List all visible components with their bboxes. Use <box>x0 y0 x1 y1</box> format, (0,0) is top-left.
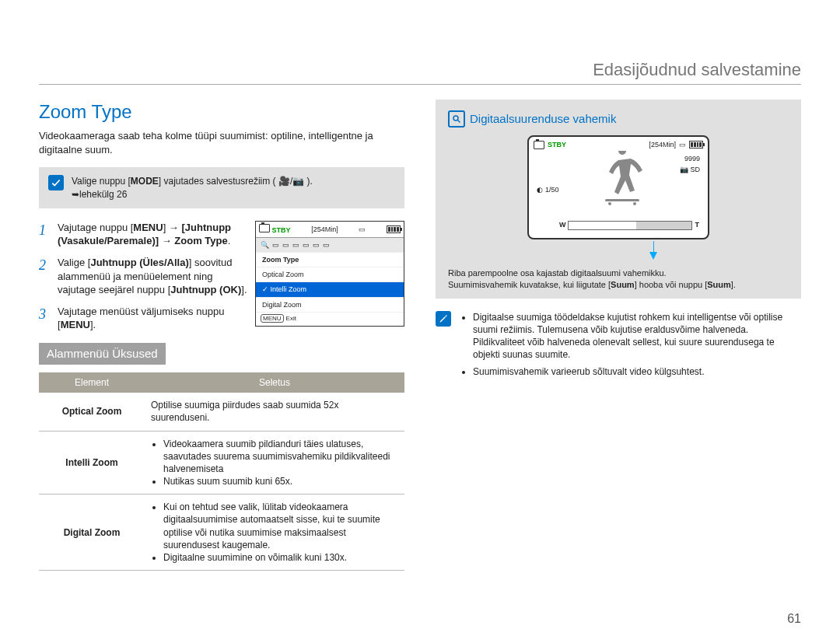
row-desc: Optilise suumiga piirdudes saab suumida … <box>145 393 404 431</box>
tab-icon: 🔍 <box>261 240 269 250</box>
zoom-bar: W T <box>568 221 692 230</box>
magnify-icon <box>448 110 465 128</box>
note-item: Suumimisvahemik varieerub sõltuvalt vide… <box>473 365 801 378</box>
card-icon: ▭ <box>359 225 366 234</box>
page-ref: ➥lehekülg 26 <box>72 189 127 200</box>
check-icon <box>48 175 64 190</box>
camera-icon <box>259 224 270 232</box>
step-1: Vajutage nuppu [MENU] → [Juhtnupp (Vasak… <box>58 221 249 248</box>
rec-time: [254Min] <box>649 140 676 149</box>
breadcrumb: Edasijõudnud salvestamine <box>593 58 801 82</box>
right-column: Digitaalsuurenduse vahemik STBY [254Min]… <box>436 100 801 571</box>
battery-icon <box>387 225 401 233</box>
digital-zoom-box: Digitaalsuurenduse vahemik STBY [254Min]… <box>436 100 801 299</box>
menu-option: Digital Zoom <box>256 298 404 313</box>
table-row: Optical Zoom Optilise suumiga piirdudes … <box>39 393 404 431</box>
stby-label: STBY <box>272 226 291 234</box>
svg-point-0 <box>453 116 458 121</box>
submenu-heading: Alammenüü Üksused <box>39 343 166 365</box>
submenu-table: Element Seletus Optical Zoom Optilise su… <box>39 372 404 571</box>
zoom-desc: Riba parempoolne osa kajastab digitaalsu… <box>448 267 789 291</box>
step-2: Valige [Juhtnupp (Üles/Alla)] soovitud a… <box>58 256 249 297</box>
step-number: 3 <box>39 305 51 332</box>
callout-line <box>653 241 654 252</box>
battery-icon <box>689 141 703 149</box>
tab-icon: ▭ <box>323 240 330 250</box>
notes-block: Digitaalse suumiga töödeldakse kujutist … <box>436 311 801 383</box>
step-number: 2 <box>39 256 51 297</box>
menu-option: Optical Zoom <box>256 267 404 282</box>
page-number: 61 <box>787 610 801 627</box>
tab-icon: ▭ <box>313 240 320 250</box>
row-element: Digital Zoom <box>39 494 145 571</box>
svg-point-3 <box>608 202 611 205</box>
card-icon: ▭ <box>679 140 686 149</box>
video-icon: 🎥 <box>278 176 290 187</box>
zoom-box-title: Digitaalsuurenduse vahemik <box>470 111 616 127</box>
zoom-wide-label: W <box>559 220 566 229</box>
tab-icon: ▭ <box>272 240 279 250</box>
tab-icon: ▭ <box>303 240 310 250</box>
note-text: Valige nuppu [MODE] vajutades salvestusr… <box>72 176 313 187</box>
tab-icon: ▭ <box>292 240 299 250</box>
tab-icon: ▭ <box>282 240 289 250</box>
table-row: Intelli Zoom Videokaamera suumib pildian… <box>39 431 404 494</box>
intro-text: Videokaameraga saab teha kolme tüüpi suu… <box>39 129 404 156</box>
zoom-screen: STBY [254Min] ▭ 9999 📷 SD ◐1/50 <box>527 135 709 239</box>
stby-label: STBY <box>548 140 566 149</box>
mode-note-box: Valige nuppu [MODE] vajutades salvestusr… <box>39 167 404 208</box>
table-row: Digital Zoom Kui on tehtud see valik, lü… <box>39 494 404 571</box>
callout-arrow-icon <box>649 252 657 260</box>
svg-rect-2 <box>605 199 639 201</box>
left-column: Zoom Type Videokaameraga saab teha kolme… <box>39 100 404 571</box>
shutter-speed: ◐1/50 <box>537 185 559 194</box>
menu-screenshot: STBY [254Min] ▭ 🔍 ▭ ▭ ▭ ▭ ▭ ▭ Zoom <box>255 221 404 327</box>
row-desc: Kui on tehtud see valik, lülitab videoka… <box>145 494 404 571</box>
section-title: Zoom Type <box>39 100 404 124</box>
step-number: 1 <box>39 221 51 248</box>
th-desc: Seletus <box>145 372 404 393</box>
step-3: Vajutage menüüst väljumiseks nuppu [MENU… <box>58 305 249 332</box>
row-desc: Videokaamera suumib pildianduri täies ul… <box>145 431 404 494</box>
sd-label: 📷 SD <box>680 165 700 174</box>
row-element: Intelli Zoom <box>39 431 145 494</box>
divider <box>39 84 801 85</box>
svg-line-1 <box>458 121 460 123</box>
note-item: Digitaalse suumiga töödeldakse kujutist … <box>473 311 801 362</box>
skater-silhouette-icon <box>599 151 646 205</box>
menu-title-row: Zoom Type <box>256 253 404 267</box>
aperture-icon: ◐ <box>537 185 543 194</box>
menu-footer: MENUExit <box>256 313 404 326</box>
th-element: Element <box>39 372 145 393</box>
camera-icon <box>534 141 544 149</box>
photo-icon: 📷 <box>292 176 304 187</box>
svg-point-4 <box>633 202 636 205</box>
pencil-icon <box>436 311 451 327</box>
counter: 9999 <box>684 154 700 163</box>
menu-option-selected: ✓ Intelli Zoom <box>256 282 404 297</box>
row-element: Optical Zoom <box>39 393 145 431</box>
zoom-tele-label: T <box>695 220 700 229</box>
rec-time: [254Min] <box>311 225 338 234</box>
